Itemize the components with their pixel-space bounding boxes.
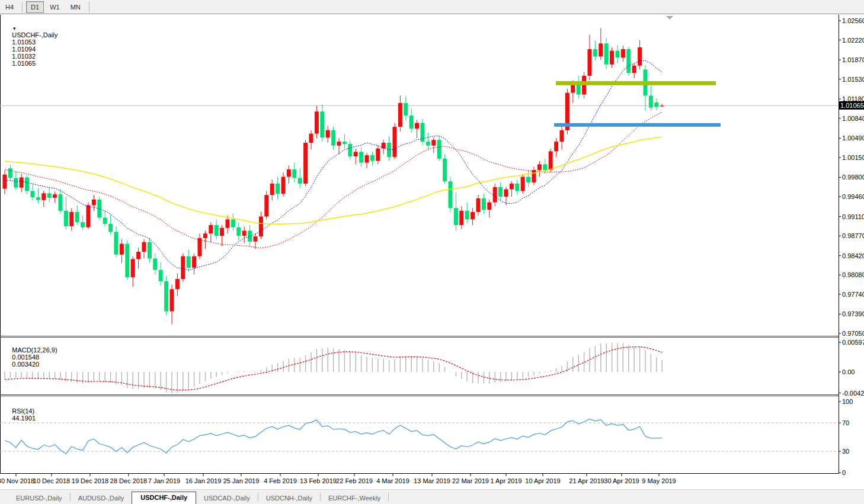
chart-title: ▼ USDCHF-,Daily 1.01053 1.01094 1.01032 … <box>5 17 61 74</box>
candle <box>526 177 530 183</box>
candle <box>382 143 386 149</box>
candle <box>87 205 91 227</box>
candle <box>404 103 408 115</box>
date-tick-label: 21 Apr 2019 <box>569 477 604 484</box>
candle <box>320 111 324 137</box>
date-tick-label: 10 Apr 2019 <box>525 477 560 484</box>
price-tick-label: 1.02220 <box>842 37 864 44</box>
candle <box>431 140 436 146</box>
candle <box>626 49 631 73</box>
candle <box>593 49 597 56</box>
candle <box>315 111 319 133</box>
candle <box>303 143 308 184</box>
candle <box>471 212 475 219</box>
tab-usdcnh-daily[interactable]: USDCNH-,Daily <box>258 493 320 504</box>
price-tick-label: 0.99110 <box>842 213 864 220</box>
tab-eurchf-weekly[interactable]: EURCHF-,Weekly <box>321 493 388 504</box>
candle <box>175 279 180 289</box>
candle <box>493 187 497 203</box>
candle <box>270 184 274 195</box>
candle <box>47 193 52 198</box>
candle <box>549 151 553 170</box>
candle <box>69 212 73 226</box>
date-tick-label: 28 Dec 2018 <box>110 477 147 484</box>
chart-shift-marker-icon[interactable] <box>666 16 673 20</box>
macd-indicator-label: MACD(12,26,9) 0.001548 0.003420 <box>5 339 61 375</box>
candle <box>259 217 263 237</box>
price-tick-label: 0.99460 <box>842 193 864 200</box>
rsi-tick-label: 30 <box>842 448 849 455</box>
candle <box>181 256 185 279</box>
candle <box>281 177 286 194</box>
candle <box>153 259 157 270</box>
candle <box>476 198 481 212</box>
candle <box>75 212 79 222</box>
macd-name: MACD(12,26,9) <box>12 346 57 354</box>
candle <box>599 43 603 56</box>
candle <box>348 144 352 156</box>
tab-usdchf-daily[interactable]: USDCHF-,Daily <box>132 492 196 504</box>
tab-eurusd-daily[interactable]: EURUSD-,Daily <box>8 493 70 504</box>
candle <box>276 184 280 194</box>
ma-slow-line <box>5 137 662 224</box>
candle <box>343 142 347 144</box>
price-tick-label: 0.98770 <box>842 232 864 239</box>
date-tick-label: 30 Nov 2018 <box>0 477 34 484</box>
date-axis[interactable]: 30 Nov 201810 Dec 201819 Dec 201828 Dec … <box>0 474 676 484</box>
candle <box>498 187 503 197</box>
candle <box>426 142 430 146</box>
candle <box>64 211 68 226</box>
candle <box>588 49 592 76</box>
candle <box>209 225 213 233</box>
candle <box>415 123 419 129</box>
date-tick-label: 9 May 2019 <box>642 477 676 484</box>
candle <box>3 175 7 189</box>
support-level[interactable] <box>554 123 721 127</box>
candle <box>459 211 463 225</box>
price-tick-label: 0.98080 <box>842 271 864 278</box>
candle <box>192 256 196 268</box>
date-tick-label: 13 Feb 2019 <box>300 477 337 484</box>
candle <box>108 224 113 232</box>
price-tick-label: 1.01870 <box>842 56 864 63</box>
tab-audusd-daily[interactable]: AUDUSD-,Daily <box>71 493 132 504</box>
chart-tab-bar: EURUSD-,Daily AUDUSD-,Daily USDCHF-,Dail… <box>0 489 864 504</box>
candle <box>148 242 152 259</box>
price-tick-label: 1.00840 <box>842 115 864 122</box>
macd-tick-label: -0.004243 <box>842 390 864 397</box>
candle <box>103 218 107 224</box>
candle <box>14 178 18 187</box>
collapse-triangle-icon[interactable]: ▼ <box>12 26 17 31</box>
date-tick-label: 13 Mar 2019 <box>414 477 450 484</box>
chart-surface[interactable]: 1.025601.022201.018701.015301.011801.008… <box>0 0 864 489</box>
macd-main-value: 0.001548 <box>12 354 39 361</box>
candle <box>638 47 642 66</box>
candle <box>437 140 441 159</box>
price-tick-label: 1.00490 <box>842 134 864 142</box>
candle <box>537 164 542 170</box>
candle <box>449 181 453 208</box>
candle <box>215 225 219 236</box>
candle <box>337 142 341 146</box>
candle <box>387 143 391 157</box>
ohlc-low: 1.01032 <box>12 53 36 60</box>
resistance-level[interactable] <box>556 81 716 85</box>
candle <box>142 242 146 252</box>
date-tick-label: 19 Dec 2018 <box>72 477 108 484</box>
tab-usdcad-daily[interactable]: USDCAD-,Daily <box>196 493 258 504</box>
candle <box>203 233 207 238</box>
candle <box>632 66 636 73</box>
candle <box>521 177 525 191</box>
current-price-badge: 1.01065 <box>839 101 864 110</box>
candle <box>604 43 609 64</box>
candle <box>616 51 620 57</box>
candle <box>510 184 514 190</box>
candle <box>120 244 124 255</box>
candle <box>220 228 224 236</box>
candle <box>187 256 191 268</box>
candle <box>298 178 302 184</box>
price-axis[interactable]: 1.025601.022201.018701.015301.011801.008… <box>839 17 864 476</box>
macd-signal-value: 0.003420 <box>12 361 39 368</box>
price-tick-label: 0.97050 <box>842 330 864 337</box>
date-tick-label: 22 Mar 2019 <box>452 477 489 484</box>
